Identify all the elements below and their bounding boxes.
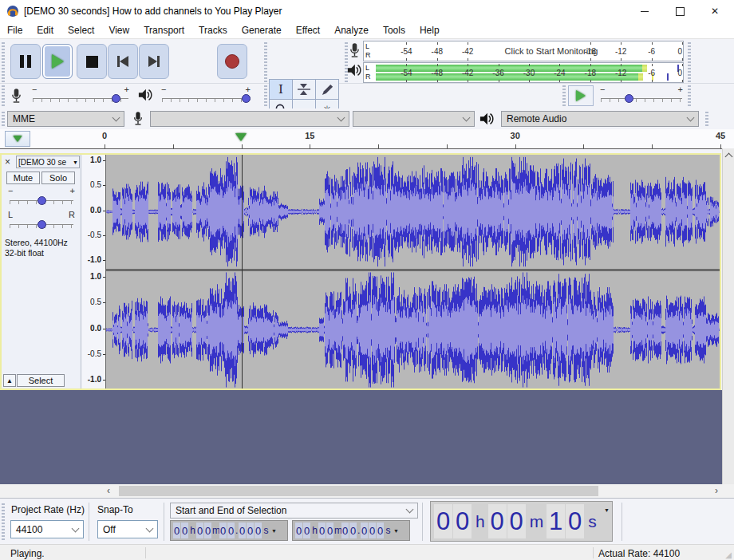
menu-item-tracks[interactable]: Tracks: [191, 22, 235, 38]
menu-item-select[interactable]: Select: [61, 22, 101, 38]
time-digit[interactable]: 0: [341, 523, 349, 538]
playback-device-select[interactable]: Remote Audio: [501, 111, 699, 127]
timeline-ruler[interactable]: 0153045: [0, 129, 734, 149]
selection-tool-button[interactable]: I: [269, 79, 293, 100]
track-title-button[interactable]: [DEMO 30 se▼: [16, 156, 80, 168]
transport-toolbar-grip[interactable]: [2, 42, 5, 82]
time-digit[interactable]: m: [212, 525, 219, 536]
position-digit[interactable]: 1: [547, 504, 565, 538]
toolbar-end-grip[interactable]: [688, 42, 691, 82]
position-digit[interactable]: 0: [566, 504, 584, 538]
solo-button[interactable]: Solo: [41, 172, 75, 184]
time-digit[interactable]: s: [385, 525, 392, 536]
scroll-left-icon[interactable]: ‹: [107, 485, 110, 496]
stop-button[interactable]: [77, 44, 107, 79]
time-digit[interactable]: 0: [303, 523, 310, 538]
time-digit[interactable]: h: [311, 525, 318, 536]
play-at-speed-grip[interactable]: [562, 85, 566, 106]
gain-thumb[interactable]: [37, 196, 46, 205]
waveform-channel-left[interactable]: [106, 155, 720, 269]
skip-to-end-button[interactable]: [139, 44, 169, 79]
time-digit[interactable]: 0: [247, 523, 254, 538]
time-digit[interactable]: 0: [318, 523, 326, 538]
track-select-button[interactable]: Select: [17, 374, 65, 387]
position-digit[interactable]: 0: [434, 504, 452, 538]
position-digit[interactable]: 0: [507, 504, 526, 538]
time-digit[interactable]: 0: [255, 523, 262, 538]
menu-item-tools[interactable]: Tools: [376, 22, 412, 38]
gain-slider[interactable]: − +: [6, 187, 77, 207]
menu-item-effect[interactable]: Effect: [289, 22, 327, 38]
recording-meter[interactable]: L R -54-48-42-18-12-60 Click to Start Mo…: [363, 41, 684, 61]
menu-item-analyze[interactable]: Analyze: [327, 22, 376, 38]
time-digit[interactable]: 0: [239, 523, 246, 538]
recording-volume-slider[interactable]: − +: [29, 85, 132, 106]
monitoring-message[interactable]: Click to Start Monitoring: [505, 47, 598, 56]
play-at-speed-button[interactable]: [568, 85, 594, 106]
position-digit[interactable]: 0: [488, 504, 507, 538]
collapse-track-button[interactable]: ▲: [3, 374, 16, 387]
audio-position-display[interactable]: 00h00m10s▼: [430, 501, 613, 542]
time-digit[interactable]: 0: [196, 523, 203, 538]
time-digit[interactable]: 0: [349, 523, 357, 538]
playback-meter[interactable]: L R -54-48-42-36-30-24-18-12-60: [363, 62, 684, 83]
pan-thumb[interactable]: [37, 220, 46, 229]
recording-device-select[interactable]: [150, 111, 349, 127]
time-digit[interactable]: 0: [377, 523, 384, 538]
time-digit[interactable]: 0: [173, 523, 180, 538]
time-digit[interactable]: s: [262, 525, 270, 536]
vertical-scale-ruler[interactable]: 1.00.50.0-0.5-1.01.00.50.0-0.5-1.0: [81, 155, 106, 388]
timeline-pin-button[interactable]: [5, 131, 30, 147]
selection-toolbar-grip[interactable]: [2, 503, 5, 540]
empty-track-canvas[interactable]: [0, 390, 722, 484]
playback-volume-slider[interactable]: − +: [158, 85, 254, 106]
time-digit[interactable]: h: [189, 525, 196, 536]
time-digit[interactable]: m: [334, 525, 341, 536]
playhead-marker[interactable]: [235, 133, 247, 141]
menu-item-file[interactable]: File: [0, 22, 30, 38]
envelope-tool-button[interactable]: [292, 79, 316, 100]
horizontal-scroll-thumb[interactable]: [119, 486, 598, 496]
pan-slider[interactable]: L R: [6, 211, 77, 231]
menu-item-generate[interactable]: Generate: [235, 22, 289, 38]
device-toolbar-end-grip[interactable]: [705, 112, 708, 128]
time-digit[interactable]: 0: [326, 523, 333, 538]
mute-button[interactable]: Mute: [6, 172, 40, 184]
playback-speed-thumb[interactable]: [625, 94, 633, 103]
track-control-panel[interactable]: × [DEMO 30 se▼ Mute Solo − + L R Stereo,…: [2, 155, 81, 388]
time-digit[interactable]: 0: [227, 523, 235, 538]
time-digit[interactable]: 0: [219, 523, 227, 538]
scroll-right-icon[interactable]: ›: [715, 485, 718, 496]
playback-speed-slider[interactable]: − +: [597, 85, 686, 106]
time-format-arrow-icon[interactable]: ▼: [393, 528, 399, 534]
scroll-up-icon[interactable]: [725, 153, 733, 161]
time-digit[interactable]: 0: [181, 523, 188, 538]
recording-channels-select[interactable]: [353, 111, 475, 127]
time-digit[interactable]: 0: [369, 523, 376, 538]
playback-volume-thumb[interactable]: [242, 94, 251, 103]
project-rate-select[interactable]: 44100: [10, 520, 84, 538]
track-close-button[interactable]: ×: [5, 156, 10, 168]
waveform-channel-right[interactable]: [106, 271, 720, 388]
skip-to-start-button[interactable]: [108, 44, 138, 79]
vertical-scrollbar[interactable]: [722, 148, 734, 484]
mixer-toolbar-grip[interactable]: [2, 85, 5, 106]
close-button[interactable]: ✕: [697, 0, 732, 22]
audio-host-select[interactable]: MME: [7, 111, 124, 127]
time-digit[interactable]: 0: [361, 523, 368, 538]
toolbar-end-grip2[interactable]: [688, 85, 691, 106]
edit-toolbar-grip[interactable]: [264, 85, 267, 106]
snap-to-select[interactable]: Off: [97, 520, 158, 538]
recording-volume-thumb[interactable]: [112, 94, 120, 103]
play-meter-speaker-icon[interactable]: [346, 63, 362, 77]
maximize-button[interactable]: [662, 0, 697, 22]
record-meter-mic-icon[interactable]: [349, 42, 361, 59]
draw-tool-button[interactable]: [315, 79, 339, 100]
record-button[interactable]: [217, 44, 247, 79]
device-toolbar-grip[interactable]: [2, 112, 5, 128]
selection-mode-select[interactable]: Start and End of Selection: [170, 503, 418, 519]
selection-end-time[interactable]: 00h00m00.000s▼: [292, 520, 410, 541]
minimize-button[interactable]: [627, 0, 662, 22]
resize-grip[interactable]: ◢: [725, 550, 732, 559]
position-digit[interactable]: 0: [453, 504, 472, 538]
